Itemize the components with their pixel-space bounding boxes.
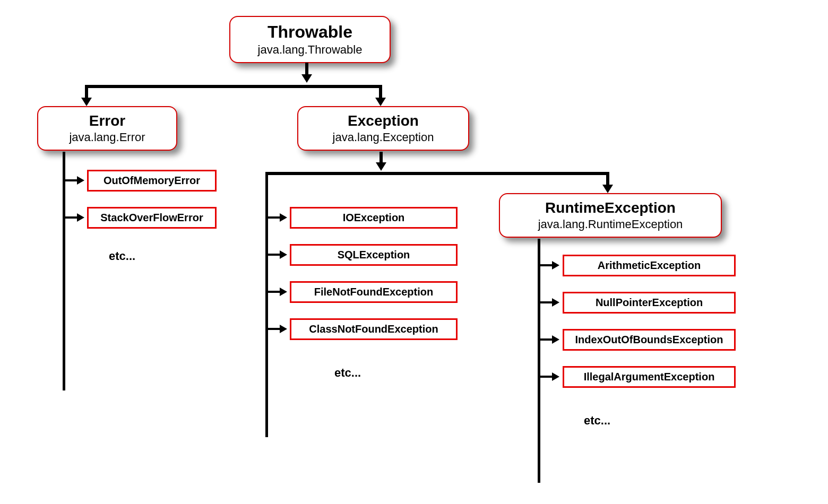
arrow-down-icon (301, 74, 312, 83)
etc-label: etc... (334, 366, 361, 380)
connector (63, 152, 65, 390)
arrow-down-icon (375, 98, 386, 106)
etc-label: etc... (109, 249, 135, 263)
arrow-down-icon (81, 98, 92, 106)
connector (65, 216, 77, 219)
node-throwable-title: Throwable (242, 22, 378, 42)
arrow-down-icon (376, 162, 386, 171)
connector (265, 172, 609, 175)
leaf-sql-exception: SQLException (290, 244, 458, 266)
diagram-canvas: Throwable java.lang.Throwable Error java… (0, 0, 828, 504)
connector (268, 254, 280, 256)
connector (268, 328, 280, 330)
connector (540, 376, 552, 378)
node-runtime-exception-title: RuntimeException (512, 199, 709, 216)
connector (540, 338, 552, 341)
leaf-out-of-memory-error: OutOfMemoryError (87, 170, 217, 192)
connector (268, 216, 280, 219)
connector (85, 85, 382, 88)
arrow-right-icon (552, 261, 559, 270)
node-throwable-qualified: java.lang.Throwable (242, 43, 378, 57)
node-exception-qualified: java.lang.Exception (310, 131, 456, 144)
arrow-right-icon (77, 176, 84, 185)
node-error-qualified: java.lang.Error (50, 131, 165, 144)
node-exception: Exception java.lang.Exception (297, 106, 469, 151)
arrow-down-icon (602, 185, 613, 193)
leaf-io-exception: IOException (290, 207, 458, 229)
connector (265, 172, 268, 437)
connector (540, 301, 552, 303)
arrow-right-icon (77, 213, 84, 222)
arrow-right-icon (552, 335, 559, 344)
node-error: Error java.lang.Error (37, 106, 177, 151)
connector (538, 239, 540, 483)
arrow-right-icon (280, 288, 287, 296)
node-exception-title: Exception (310, 112, 456, 129)
node-error-title: Error (50, 112, 165, 129)
arrow-right-icon (280, 325, 287, 333)
arrow-right-icon (280, 213, 287, 222)
connector (65, 179, 77, 181)
etc-label: etc... (584, 414, 610, 428)
leaf-null-pointer-exception: NullPointerException (563, 292, 736, 314)
node-throwable: Throwable java.lang.Throwable (229, 16, 391, 63)
node-runtime-exception-qualified: java.lang.RuntimeException (512, 218, 709, 231)
leaf-index-out-of-bounds-exception: IndexOutOfBoundsException (563, 329, 736, 351)
arrow-right-icon (280, 250, 287, 259)
leaf-file-not-found-exception: FileNotFoundException (290, 281, 458, 303)
leaf-illegal-argument-exception: IllegalArgumentException (563, 366, 736, 388)
connector (268, 291, 280, 293)
leaf-stack-overflow-error: StackOverFlowError (87, 207, 217, 229)
connector (540, 264, 552, 266)
leaf-arithmetic-exception: ArithmeticException (563, 255, 736, 276)
node-runtime-exception: RuntimeException java.lang.RuntimeExcept… (499, 193, 722, 238)
arrow-right-icon (552, 298, 559, 307)
leaf-class-not-found-exception: ClassNotFoundException (290, 318, 458, 340)
arrow-right-icon (552, 372, 559, 381)
